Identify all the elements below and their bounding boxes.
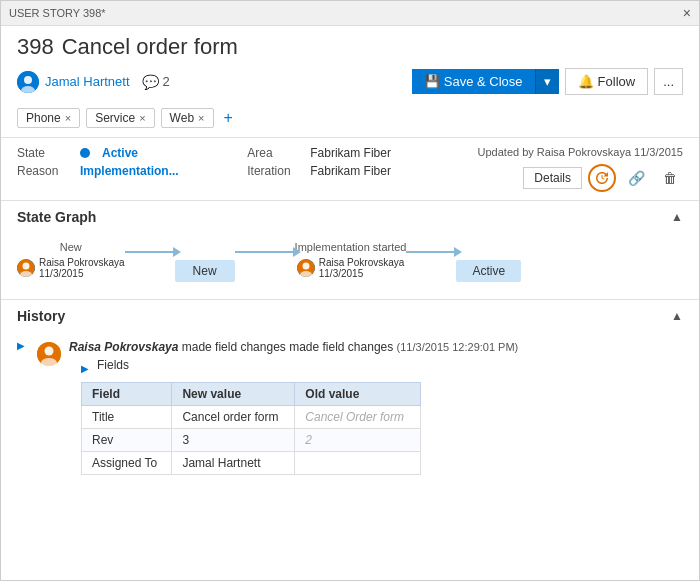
history-entry-1: ▶ Raisa Pokrovskaya made field changes m…: [17, 340, 683, 475]
arrow-1: [125, 251, 175, 253]
table-row: Title Cancel order form Cancel Order for…: [82, 406, 421, 429]
history-action: made field changes: [182, 340, 286, 354]
assignee-section: Jamal Hartnett: [17, 71, 130, 93]
add-tag-button[interactable]: +: [220, 107, 237, 129]
fields-section: ▶ Fields Field New value Old value: [69, 358, 683, 475]
field-old-3: [295, 452, 421, 475]
state-field: State Active: [17, 146, 247, 160]
svg-point-10: [45, 347, 54, 356]
meta-row: State Active Reason Implementation... Ar…: [1, 138, 699, 201]
state-value[interactable]: Active: [102, 146, 138, 160]
state-node-1: New Raisa Pokrovskaya 11/3/2015: [17, 241, 125, 283]
field-new-3: Jamal Hartnett: [172, 452, 295, 475]
arrow-line-1: [125, 251, 175, 253]
reason-label: Reason: [17, 164, 72, 178]
save-group: 💾 Save & Close ▾: [412, 69, 559, 94]
col-old-value: Old value: [295, 383, 421, 406]
history-title: History: [17, 308, 65, 324]
history-entry-content-1: Raisa Pokrovskaya made field changes mad…: [69, 340, 683, 475]
tag-web-label: Web: [170, 111, 194, 125]
field-new-2: 3: [172, 429, 295, 452]
follow-button[interactable]: 🔔 Follow: [565, 68, 649, 95]
state-node-1-user: Raisa Pokrovskaya 11/3/2015: [17, 257, 125, 279]
history-header[interactable]: History ▲: [1, 300, 699, 332]
window-title: USER STORY 398*: [9, 7, 106, 19]
tag-phone-close[interactable]: ×: [65, 112, 71, 124]
state-user-info-1: Raisa Pokrovskaya 11/3/2015: [39, 257, 125, 279]
save-close-label: Save & Close: [444, 74, 523, 89]
field-new-1: Cancel order form: [172, 406, 295, 429]
state-pill-new: New: [175, 260, 235, 282]
title-bar: USER STORY 398* ×: [1, 1, 699, 26]
follow-label: Follow: [598, 74, 636, 89]
area-value: Fabrikam Fiber: [310, 146, 391, 160]
tag-service-close[interactable]: ×: [139, 112, 145, 124]
history-user: Raisa Pokrovskaya: [69, 340, 178, 354]
table-row: Assigned To Jamal Hartnett: [82, 452, 421, 475]
meta-left: State Active Reason Implementation...: [17, 146, 247, 178]
state-label: State: [17, 146, 72, 160]
state-graph-section: State Graph ▲ New Raisa Pokrovskaya: [1, 201, 699, 300]
comment-number: 2: [163, 74, 170, 89]
history-icon: [594, 170, 610, 186]
link-button[interactable]: 🔗: [622, 167, 651, 189]
col-new-value: New value: [172, 383, 295, 406]
header-row: Jamal Hartnett 💬 2 💾 Save & Close ▾ 🔔: [17, 68, 683, 95]
fields-expand-icon[interactable]: ▶: [81, 363, 89, 374]
area-field: Area Fabrikam Fiber: [247, 146, 477, 160]
state-node-2: New: [175, 242, 235, 282]
fields-header: ▶ Fields: [81, 358, 683, 378]
reason-value[interactable]: Implementation...: [80, 164, 179, 178]
save-dropdown-button[interactable]: ▾: [535, 69, 559, 94]
tag-web: Web ×: [161, 108, 214, 128]
story-id-title: 398 Cancel order form: [17, 34, 683, 60]
story-id: 398: [17, 34, 54, 60]
state-node-3-label: Implementation started: [295, 241, 407, 253]
close-button[interactable]: ×: [683, 5, 691, 21]
history-expand-icon[interactable]: ▶: [17, 340, 25, 475]
tags-row: Phone × Service × Web × +: [1, 107, 699, 138]
state-node-4: Active: [456, 242, 521, 282]
state-node-3: Implementation started Raisa Pokrovskaya…: [295, 241, 407, 283]
save-close-button[interactable]: 💾 Save & Close: [412, 69, 535, 94]
state-pill-active: Active: [456, 260, 521, 282]
history-timestamp: (11/3/2015 12:29:01 PM): [397, 341, 519, 353]
tag-phone-label: Phone: [26, 111, 61, 125]
state-graph-header[interactable]: State Graph ▲: [1, 201, 699, 233]
state-graph-content: New Raisa Pokrovskaya 11/3/2015: [1, 233, 699, 299]
state-user-name-3: Raisa Pokrovskaya: [319, 257, 405, 268]
history-button[interactable]: [588, 164, 616, 192]
history-content: ▶ Raisa Pokrovskaya made field changes m…: [1, 332, 699, 491]
state-avatar-3: [297, 259, 315, 277]
state-graph-chevron: ▲: [671, 210, 683, 224]
details-button[interactable]: Details: [523, 167, 582, 189]
iteration-label: Iteration: [247, 164, 302, 178]
main-window: USER STORY 398* × 398 Cancel order form: [0, 0, 700, 581]
tag-web-close[interactable]: ×: [198, 112, 204, 124]
col-field: Field: [82, 383, 172, 406]
state-user-date-3: 11/3/2015: [319, 268, 405, 279]
reason-field: Reason Implementation...: [17, 164, 247, 178]
state-graph-title: State Graph: [17, 209, 96, 225]
table-row: Rev 3 2: [82, 429, 421, 452]
table-header-row: Field New value Old value: [82, 383, 421, 406]
header-right: 💾 Save & Close ▾ 🔔 Follow ...: [412, 68, 683, 95]
iteration-value: Fabrikam Fiber: [310, 164, 391, 178]
history-chevron: ▲: [671, 309, 683, 323]
more-button[interactable]: ...: [654, 68, 683, 95]
header: 398 Cancel order form Jamal Hartnett: [1, 26, 699, 107]
story-title: Cancel order form: [62, 34, 238, 60]
iteration-field: Iteration Fabrikam Fiber: [247, 164, 477, 178]
svg-point-7: [302, 263, 309, 270]
field-old-1: Cancel Order form: [295, 406, 421, 429]
history-action-text: made field changes: [289, 340, 393, 354]
state-user-info-3: Raisa Pokrovskaya 11/3/2015: [319, 257, 405, 279]
avatar-icon: [17, 71, 39, 93]
attach-button[interactable]: 🗑: [657, 167, 683, 189]
fields-table: Field New value Old value Title Cancel o…: [81, 382, 421, 475]
svg-point-1: [24, 76, 32, 84]
state-node-3-user: Raisa Pokrovskaya 11/3/2015: [297, 257, 405, 279]
history-section: History ▲ ▶ Raisa Pokrovskaya made field…: [1, 300, 699, 580]
state-avatar-1: [17, 259, 35, 277]
assignee-name[interactable]: Jamal Hartnett: [45, 74, 130, 89]
